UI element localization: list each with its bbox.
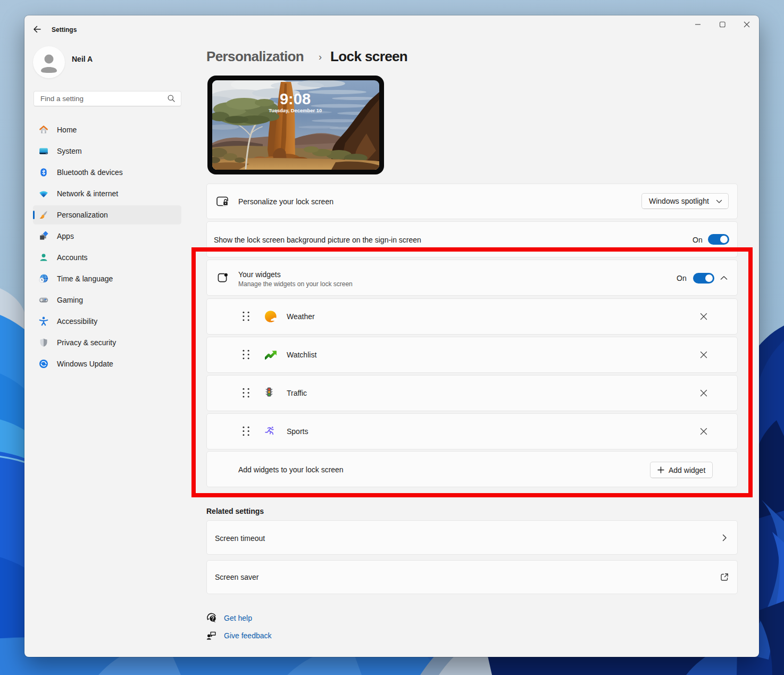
svg-text:9:08: 9:08 — [280, 90, 311, 107]
svg-text:Tuesday, December 10: Tuesday, December 10 — [269, 107, 322, 113]
